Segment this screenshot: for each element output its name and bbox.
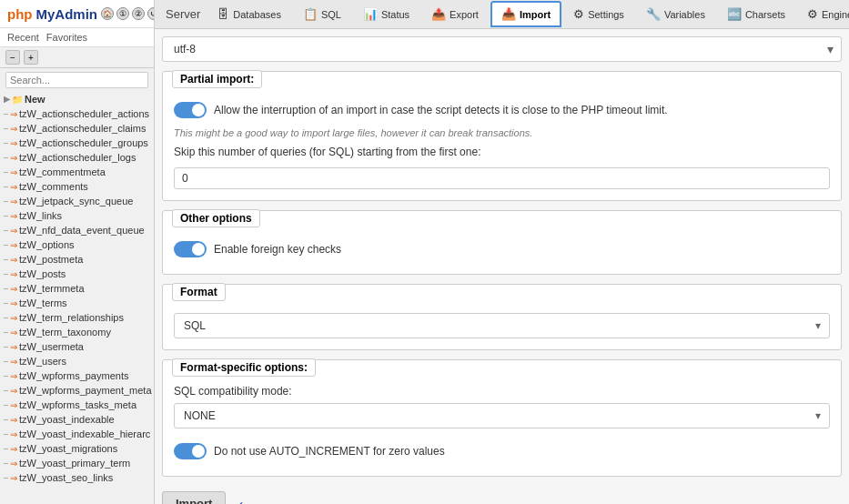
- engines-icon: ⚙: [807, 7, 818, 21]
- folder-icon: 📁: [12, 95, 23, 105]
- icon2[interactable]: ②: [132, 7, 145, 20]
- charset-chevron-icon[interactable]: ▾: [827, 42, 834, 56]
- other-options-body: Enable foreign key checks: [163, 228, 841, 274]
- interrupt-label: Allow the interruption of an import in c…: [214, 104, 668, 116]
- list-item[interactable]: – ⇒ tzW_actionscheduler_logs: [0, 150, 154, 165]
- list-item[interactable]: – ⇒ tzW_actionscheduler_actions: [0, 106, 154, 121]
- list-item[interactable]: – ⇒ tzW_comments: [0, 179, 154, 194]
- compat-select-wrap: NONE ANSI DB2 MAXDB MYSQL323 MYSQL40 MSS…: [174, 403, 830, 428]
- list-item[interactable]: – ⇒ tzW_yoast_primary_term: [0, 456, 154, 470]
- favorites-link[interactable]: Favorites: [46, 32, 87, 43]
- logo-text: php: [7, 6, 33, 22]
- charsets-icon: 🔤: [727, 7, 742, 21]
- format-body: SQL CSV CSV using LOAD DATA ODS OpenDocu…: [163, 302, 841, 349]
- list-item[interactable]: – ⇒ tzW_users: [0, 354, 154, 368]
- compat-label: SQL compatibility mode:: [174, 385, 830, 398]
- interrupt-toggle[interactable]: [174, 102, 207, 118]
- partial-import-section: Partial import: Allow the interruption o…: [162, 71, 842, 201]
- auto-increment-toggle-row: Do not use AUTO_INCREMENT for zero value…: [174, 438, 830, 465]
- list-item[interactable]: – ⇒ tzW_termmeta: [0, 281, 154, 296]
- sidebar: phpMyAdmin 🏠 ① ② ↺ Recent Favorites − + …: [0, 0, 155, 504]
- list-item[interactable]: – ⇒ tzW_terms: [0, 296, 154, 310]
- list-item[interactable]: – ⇒ tzW_term_taxonomy: [0, 325, 154, 339]
- auto-increment-toggle[interactable]: [174, 443, 207, 459]
- import-button-row: Import ←: [162, 486, 842, 504]
- tab-sql[interactable]: 📋 SQL: [293, 2, 351, 26]
- format-select-wrap: SQL CSV CSV using LOAD DATA ODS OpenDocu…: [174, 313, 830, 338]
- expand-btn[interactable]: +: [24, 50, 38, 65]
- expand-icon: ▶: [4, 95, 10, 104]
- tab-charsets[interactable]: 🔤 Charsets: [717, 2, 795, 26]
- collapse-btn[interactable]: −: [5, 50, 20, 65]
- logo-icons: 🏠 ① ② ↺: [101, 5, 155, 22]
- partial-import-body: Allow the interruption of an import in c…: [163, 89, 841, 200]
- list-item[interactable]: – ⇒ tzW_options: [0, 237, 154, 252]
- list-item[interactable]: – ⇒ tzW_term_relationships: [0, 310, 154, 325]
- list-item[interactable]: – ⇒ tzW_yoast_seo_links: [0, 470, 154, 485]
- other-options-section: Other options Enable foreign key checks: [162, 210, 842, 275]
- tab-engines[interactable]: ⚙ Engines: [797, 2, 849, 26]
- tab-variables[interactable]: 🔧 Variables: [636, 2, 715, 26]
- foreign-key-toggle[interactable]: [174, 241, 207, 257]
- list-item[interactable]: – ⇒ tzW_yoast_indexable: [0, 412, 154, 427]
- server-title: Server: [160, 7, 206, 21]
- format-legend: Format: [172, 283, 226, 301]
- list-item[interactable]: – ⇒ tzW_actionscheduler_groups: [0, 136, 154, 150]
- list-item[interactable]: – ⇒ tzW_actionscheduler_claims: [0, 121, 154, 136]
- status-icon: 📊: [363, 7, 378, 21]
- tab-databases[interactable]: 🗄 Databases: [207, 2, 291, 26]
- icon3[interactable]: ↺: [147, 7, 155, 20]
- other-options-legend: Other options: [172, 209, 260, 227]
- list-item[interactable]: – ⇒ tzW_posts: [0, 267, 154, 281]
- list-item[interactable]: – ⇒ tzW_yoast_indexable_hierarc: [0, 427, 154, 441]
- skip-input[interactable]: [174, 167, 830, 189]
- recent-link[interactable]: Recent: [7, 32, 39, 43]
- page-body: utf-8 ▾ Partial import: Allow the interr…: [155, 29, 849, 504]
- format-specific-body: SQL compatibility mode: NONE ANSI DB2 MA…: [163, 378, 841, 476]
- charset-value: utf-8: [170, 41, 827, 57]
- list-item[interactable]: – ⇒ tzW_yoast_migrations: [0, 441, 154, 456]
- sidebar-tree: ▶ 📁 New – ⇒ tzW_actionscheduler_actions …: [0, 92, 154, 504]
- partial-import-legend: Partial import:: [172, 70, 262, 88]
- tab-settings[interactable]: ⚙ Settings: [563, 2, 634, 26]
- interrupt-desc: This might be a good way to import large…: [174, 127, 830, 138]
- auto-increment-label: Do not use AUTO_INCREMENT for zero value…: [214, 445, 445, 458]
- new-label: New: [25, 94, 45, 105]
- tab-import[interactable]: 📥 Import: [490, 1, 561, 27]
- sidebar-new-item[interactable]: ▶ 📁 New: [0, 92, 154, 106]
- list-item[interactable]: – ⇒ tzW_nfd_data_event_queue: [0, 223, 154, 237]
- topbar: Server 🗄 Databases 📋 SQL 📊 Status 📤 Expo…: [155, 0, 849, 29]
- list-item[interactable]: – ⇒ tzW_jetpack_sync_queue: [0, 194, 154, 208]
- format-specific-legend: Format-specific options:: [172, 358, 316, 377]
- list-item[interactable]: – ⇒ tzW_postmeta: [0, 252, 154, 267]
- tab-export[interactable]: 📤 Export: [421, 2, 489, 26]
- interrupt-toggle-row: Allow the interruption of an import in c…: [174, 96, 830, 124]
- arrow-icon: ←: [235, 492, 255, 505]
- variables-icon: 🔧: [646, 7, 661, 21]
- foreign-key-toggle-row: Enable foreign key checks: [174, 236, 830, 263]
- list-item[interactable]: – ⇒ tzW_wpforms_payment_meta: [0, 383, 154, 398]
- settings-icon: ⚙: [573, 7, 584, 21]
- list-item[interactable]: – ⇒ tzW_wpforms_tasks_meta: [0, 398, 154, 412]
- format-section: Format SQL CSV CSV using LOAD DATA ODS O…: [162, 284, 842, 350]
- list-item[interactable]: – ⇒ tzW_wpforms_payments: [0, 368, 154, 383]
- logo-area: phpMyAdmin 🏠 ① ② ↺: [0, 0, 154, 28]
- charset-select-area: utf-8 ▾: [170, 41, 834, 57]
- format-select[interactable]: SQL CSV CSV using LOAD DATA ODS OpenDocu…: [174, 313, 830, 338]
- sidebar-nav: Recent Favorites: [0, 28, 154, 47]
- import-icon: 📥: [501, 7, 516, 21]
- import-button[interactable]: Import: [162, 491, 226, 504]
- list-item[interactable]: – ⇒ tzW_usermeta: [0, 339, 154, 354]
- main-content: Server 🗄 Databases 📋 SQL 📊 Status 📤 Expo…: [155, 0, 849, 504]
- icon1[interactable]: ①: [116, 7, 129, 20]
- tab-status[interactable]: 📊 Status: [353, 2, 419, 26]
- databases-icon: 🗄: [217, 7, 229, 21]
- list-item[interactable]: – ⇒ tzW_commentmeta: [0, 165, 154, 179]
- home-icon[interactable]: 🏠: [101, 7, 114, 20]
- export-icon: 📤: [431, 7, 446, 21]
- compat-select[interactable]: NONE ANSI DB2 MAXDB MYSQL323 MYSQL40 MSS…: [174, 403, 830, 428]
- sidebar-search-input[interactable]: [5, 72, 148, 88]
- list-item[interactable]: – ⇒ tzW_links: [0, 208, 154, 223]
- skip-label: Skip this number of queries (for SQL) st…: [174, 146, 830, 158]
- foreign-key-label: Enable foreign key checks: [214, 243, 341, 256]
